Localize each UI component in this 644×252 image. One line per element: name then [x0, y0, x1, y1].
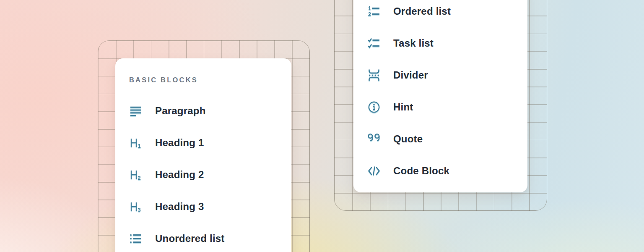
list-item-label: Divider [393, 70, 428, 80]
list-item-label: Heading 1 [155, 138, 204, 148]
basic-blocks-card: BASIC BLOCKS Paragraph1Heading 12Heading… [115, 58, 291, 252]
list-item-paragraph[interactable]: Paragraph [115, 95, 291, 127]
h3-icon: 3 [129, 200, 143, 214]
list-item-label: Quote [393, 134, 423, 144]
list-item-divider[interactable]: Divider [353, 59, 527, 91]
quote-icon [367, 132, 381, 146]
h1-icon: 1 [129, 136, 143, 150]
list-item-ordered-list[interactable]: 12Ordered list [353, 0, 527, 27]
list-item-quote[interactable]: Quote [353, 123, 527, 155]
unordered-list-icon [129, 231, 143, 246]
list-item-label: Task list [393, 38, 434, 48]
list-item-h1[interactable]: 1Heading 1 [115, 127, 291, 159]
list-item-h3[interactable]: 3Heading 3 [115, 191, 291, 223]
hint-icon [367, 100, 381, 114]
svg-text:1: 1 [138, 143, 141, 149]
paragraph-icon [129, 104, 143, 118]
svg-text:3: 3 [138, 207, 141, 213]
advanced-blocks-card: 12Ordered listTask listDividerHintQuoteC… [353, 0, 527, 192]
list-item-h2[interactable]: 2Heading 2 [115, 159, 291, 191]
h2-icon: 2 [129, 168, 143, 182]
advanced-blocks-list: 12Ordered listTask listDividerHintQuoteC… [353, 0, 527, 187]
svg-text:1: 1 [368, 5, 371, 11]
list-item-task-list[interactable]: Task list [353, 27, 527, 59]
list-item-label: Paragraph [155, 106, 206, 116]
code-block-icon [367, 164, 381, 178]
list-item-label: Code Block [393, 166, 449, 176]
block-menu-screen: BASIC BLOCKS Paragraph1Heading 12Heading… [0, 0, 644, 252]
list-item-hint[interactable]: Hint [353, 91, 527, 123]
list-item-label: Ordered list [393, 6, 451, 16]
list-item-label: Heading 2 [155, 170, 204, 180]
list-item-unordered-list[interactable]: Unordered list [115, 223, 291, 252]
basic-blocks-list: Paragraph1Heading 12Heading 23Heading 3U… [115, 95, 291, 252]
list-item-code-block[interactable]: Code Block [353, 155, 527, 187]
list-item-label: Unordered list [155, 234, 225, 244]
task-list-icon [367, 36, 381, 50]
basic-blocks-title: BASIC BLOCKS [129, 75, 291, 84]
svg-text:2: 2 [368, 11, 371, 17]
list-item-label: Heading 3 [155, 202, 204, 212]
svg-text:2: 2 [138, 175, 141, 181]
list-item-label: Hint [393, 102, 413, 112]
divider-icon [367, 68, 381, 82]
ordered-list-icon: 12 [367, 4, 381, 18]
